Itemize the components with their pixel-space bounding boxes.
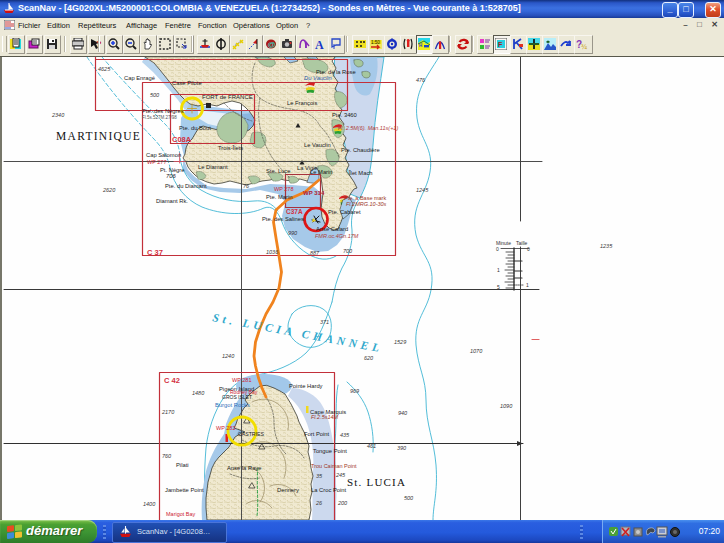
svg-text:Dennery: Dennery <box>277 487 299 493</box>
svg-text:620: 620 <box>364 355 374 361</box>
svg-text:WP 281: WP 281 <box>232 377 251 383</box>
svg-text:Fl.2.5s14M: Fl.2.5s14M <box>311 414 339 420</box>
svg-text:Trou Caiman Point: Trou Caiman Point <box>311 463 357 469</box>
svg-text:Fort Point: Fort Point <box>304 431 330 437</box>
svg-text:Fl. 2.5M(6). Man.11s(+1): Fl. 2.5M(6). Man.11s(+1) <box>338 125 398 131</box>
svg-text:Fl.5s.527M.27/98: Fl.5s.527M.27/98 <box>142 115 177 120</box>
svg-text:H: H <box>419 43 422 48</box>
svg-text:Jambette Point: Jambette Point <box>165 487 204 493</box>
svg-text:2620: 2620 <box>102 187 116 193</box>
svg-text:706: 706 <box>166 173 176 179</box>
svg-text:Rodney Bay: Rodney Bay <box>230 389 258 395</box>
svg-text:Tongue Point: Tongue Point <box>313 448 347 454</box>
svg-text:435: 435 <box>340 432 350 438</box>
svg-text:200: 200 <box>337 500 348 506</box>
svg-text:476: 476 <box>416 77 426 83</box>
svg-text:Anse Cafard: Anse Cafard <box>316 226 348 232</box>
svg-text:WP 282: WP 282 <box>216 425 235 431</box>
svg-text:Pte. des Nègres: Pte. des Nègres <box>142 108 184 114</box>
svg-text:700: 700 <box>343 248 353 254</box>
svg-text:969: 969 <box>350 388 359 394</box>
svg-text:Du Vauclin: Du Vauclin <box>304 75 332 81</box>
svg-text:Pte. du Bout: Pte. du Bout <box>179 125 211 131</box>
svg-text:1090: 1090 <box>500 403 513 409</box>
svg-text:C 37: C 37 <box>147 248 163 257</box>
svg-text:1235: 1235 <box>600 243 613 249</box>
svg-text:Pte. 3460: Pte. 3460 <box>332 112 357 118</box>
svg-text:1036: 1036 <box>266 249 279 255</box>
svg-text:Case Pilote: Case Pilote <box>172 80 202 86</box>
svg-text:1400: 1400 <box>143 501 156 507</box>
svg-text:1480: 1480 <box>192 390 205 396</box>
svg-text:1: 1 <box>526 282 529 288</box>
svg-text:Marigot Bay: Marigot Bay <box>166 511 196 517</box>
svg-text:Taille: Taille <box>516 240 528 246</box>
svg-text:Pointe Hardy: Pointe Hardy <box>289 383 323 389</box>
svg-text:Pte. Cabaret: Pte. Cabaret <box>328 209 361 215</box>
svg-text:Pte. du Diamant: Pte. du Diamant <box>165 183 207 189</box>
svg-text:¾: ¾ <box>581 43 587 50</box>
svg-text:WP 314: WP 314 <box>303 190 325 196</box>
svg-text:887: 887 <box>310 250 320 256</box>
svg-text:Diamant Rk.: Diamant Rk. <box>156 198 188 204</box>
svg-text:0: 0 <box>496 246 499 252</box>
svg-text:FORT de FRANCE: FORT de FRANCE <box>202 94 253 100</box>
svg-text:WP 278: WP 278 <box>274 186 293 192</box>
svg-text:0: 0 <box>527 246 530 252</box>
svg-text:Pte. des Salines: Pte. des Salines <box>262 216 304 222</box>
svg-text:Pilati: Pilati <box>176 462 189 468</box>
svg-text:CASTRIES: CASTRIES <box>238 431 264 437</box>
svg-text:760: 760 <box>162 453 172 459</box>
svg-text:Le Diamant: Le Diamant <box>198 164 228 170</box>
svg-text:1240: 1240 <box>222 353 235 359</box>
svg-text:Burgot Rocks: Burgot Rocks <box>215 402 250 408</box>
svg-text:Trois-Îlets: Trois-Îlets <box>218 145 243 151</box>
svg-text:Ste. Luce: Ste. Luce <box>266 168 291 174</box>
svg-text:@: @ <box>268 40 276 49</box>
svg-text:35: 35 <box>316 473 323 479</box>
svg-text:371: 371 <box>320 319 329 325</box>
svg-text:1070: 1070 <box>470 348 483 354</box>
svg-text:WP 277: WP 277 <box>147 159 166 165</box>
svg-text:500: 500 <box>150 92 160 98</box>
svg-text:C37A: C37A <box>286 208 303 215</box>
svg-text:Îlet Mach: Îlet Mach <box>348 170 373 176</box>
svg-text:461: 461 <box>367 443 376 449</box>
svg-text:MARTINIQUE: MARTINIQUE <box>56 130 141 142</box>
svg-text:2170: 2170 <box>161 409 175 415</box>
svg-text:Le François: Le François <box>287 100 317 106</box>
svg-text:1:50: 1:50 <box>371 40 380 45</box>
svg-text:FMR.oc.4Gn.17M: FMR.oc.4Gn.17M <box>315 233 359 239</box>
svg-text:Le Vauclin: Le Vauclin <box>304 142 331 148</box>
svg-text:C 42: C 42 <box>164 376 180 385</box>
svg-text:76: 76 <box>243 183 250 189</box>
svg-text:St. LUCIA: St. LUCIA <box>347 476 406 488</box>
svg-text:C08A: C08A <box>172 135 192 144</box>
svg-text:1245: 1245 <box>416 187 429 193</box>
svg-text:1: 1 <box>497 267 500 273</box>
svg-text:2340: 2340 <box>51 112 65 118</box>
svg-text:Cap Salomon: Cap Salomon <box>146 152 181 158</box>
svg-text:245: 245 <box>335 472 346 478</box>
svg-text:1529: 1529 <box>394 339 406 345</box>
svg-text:A: A <box>315 38 324 50</box>
svg-text:990: 990 <box>288 230 298 236</box>
svg-text:4625: 4625 <box>98 66 111 72</box>
svg-text:La Croc Point: La Croc Point <box>311 487 347 493</box>
svg-text:F: F <box>498 41 503 48</box>
svg-text:Pte. Chaudière: Pte. Chaudière <box>341 147 380 153</box>
svg-text:26: 26 <box>315 500 323 506</box>
svg-text:500: 500 <box>404 495 414 501</box>
svg-text:5: 5 <box>497 284 500 290</box>
svg-text:390: 390 <box>397 445 407 451</box>
svg-text:Anse la Raye: Anse la Raye <box>227 465 261 471</box>
svg-text:Cap Enragé: Cap Enragé <box>124 75 155 81</box>
svg-text:Fl.2MRG.10-30s: Fl.2MRG.10-30s <box>346 201 387 207</box>
svg-text:940: 940 <box>398 410 408 416</box>
svg-text:Pte. Marin: Pte. Marin <box>266 194 292 200</box>
svg-text:La Vigie: La Vigie <box>297 165 318 171</box>
